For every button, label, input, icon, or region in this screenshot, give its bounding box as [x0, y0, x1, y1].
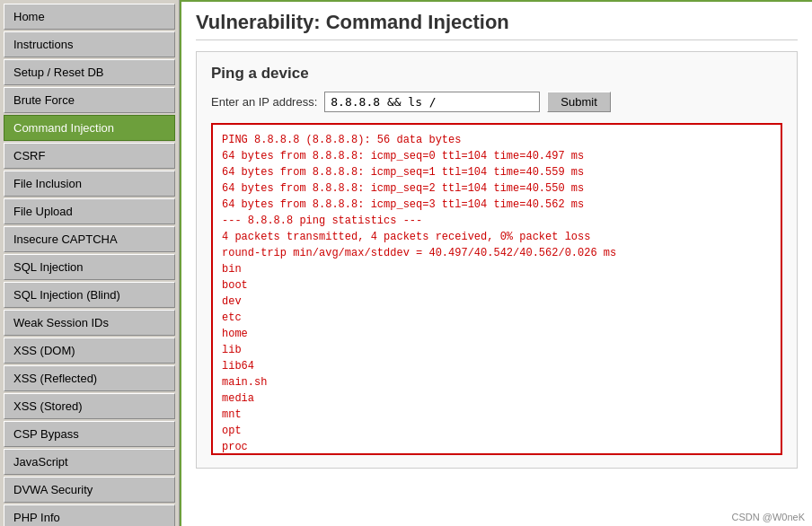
sidebar-item-instructions[interactable]: Instructions: [4, 31, 175, 57]
ip-form: Enter an IP address: Submit: [211, 92, 782, 112]
sidebar-item-sql-injection-blind[interactable]: SQL Injection (Blind): [4, 282, 175, 308]
sidebar-item-csrf[interactable]: CSRF: [4, 143, 175, 169]
sidebar-item-xss-reflected[interactable]: XSS (Reflected): [4, 365, 175, 391]
ping-card: Ping a device Enter an IP address: Submi…: [196, 51, 798, 469]
sidebar-item-home[interactable]: Home: [4, 4, 175, 30]
sidebar-item-php-info[interactable]: PHP Info: [4, 504, 175, 526]
sidebar-item-file-inclusion[interactable]: File Inclusion: [4, 171, 175, 197]
sidebar-item-csp-bypass[interactable]: CSP Bypass: [4, 421, 175, 447]
sidebar-item-brute-force[interactable]: Brute Force: [4, 87, 175, 113]
watermark: CSDN @W0neK: [732, 512, 805, 522]
ip-label: Enter an IP address:: [211, 95, 317, 109]
sidebar-item-setup-reset-db[interactable]: Setup / Reset DB: [4, 59, 175, 85]
sidebar-item-insecure-captcha[interactable]: Insecure CAPTCHA: [4, 226, 175, 252]
sidebar-item-weak-session-ids[interactable]: Weak Session IDs: [4, 310, 175, 336]
output-box: PING 8.8.8.8 (8.8.8.8): 56 data bytes 64…: [211, 123, 782, 455]
page-title: Vulnerability: Command Injection: [196, 11, 798, 40]
ip-input[interactable]: [324, 92, 540, 112]
main-content: Vulnerability: Command Injection Ping a …: [180, 0, 812, 526]
sidebar-item-dvwa-security[interactable]: DVWA Security: [4, 477, 175, 503]
sidebar-item-javascript[interactable]: JavaScript: [4, 449, 175, 475]
sidebar-item-xss-stored[interactable]: XSS (Stored): [4, 393, 175, 419]
sidebar-item-command-injection[interactable]: Command Injection: [4, 115, 175, 141]
sidebar-item-xss-dom[interactable]: XSS (DOM): [4, 338, 175, 364]
sidebar-item-file-upload[interactable]: File Upload: [4, 198, 175, 224]
sidebar-item-sql-injection[interactable]: SQL Injection: [4, 254, 175, 280]
card-heading: Ping a device: [211, 65, 782, 83]
sidebar: HomeInstructionsSetup / Reset DBBrute Fo…: [0, 0, 180, 526]
submit-button[interactable]: Submit: [547, 92, 610, 112]
